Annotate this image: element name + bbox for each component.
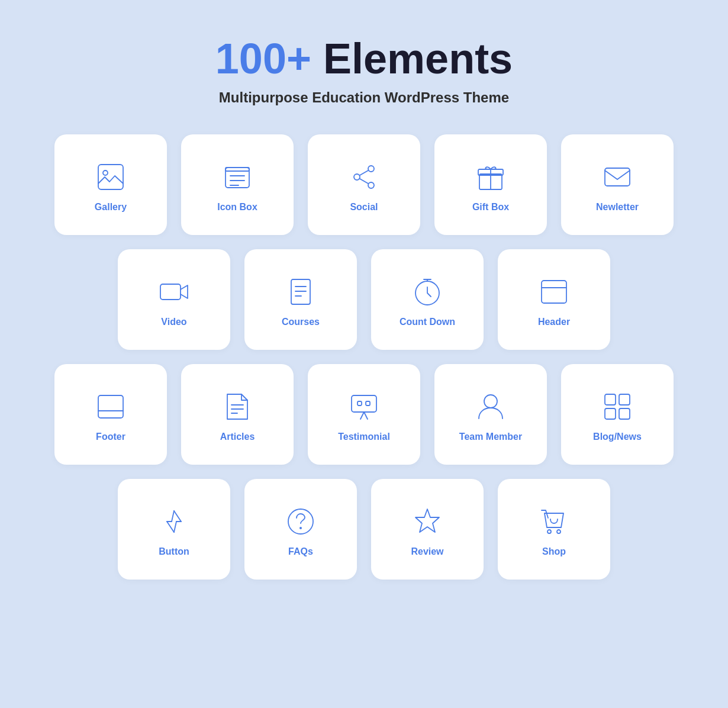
card-icon-box[interactable]: Icon Box <box>181 134 294 235</box>
subtitle: Multipurpose Education WordPress Theme <box>215 89 513 106</box>
main-title: 100+ Elements <box>215 36 513 82</box>
card-header[interactable]: Header <box>498 249 610 350</box>
card-faqs[interactable]: FAQs <box>244 479 357 580</box>
card-social[interactable]: Social <box>308 134 420 235</box>
button-icon <box>159 506 189 537</box>
card-countdown[interactable]: Count Down <box>371 249 484 350</box>
card-gift-box[interactable]: Gift Box <box>434 134 547 235</box>
svg-rect-35 <box>366 401 370 406</box>
header-section: 100+ Elements Multipurpose Education Wor… <box>215 36 513 106</box>
card-courses[interactable]: Courses <box>244 249 357 350</box>
video-label: Video <box>161 317 186 327</box>
svg-rect-17 <box>291 279 310 304</box>
card-button[interactable]: Button <box>118 479 230 580</box>
svg-rect-15 <box>605 168 630 186</box>
svg-point-50 <box>547 530 551 533</box>
title-dark: Elements <box>311 35 513 82</box>
header-label: Header <box>538 317 570 327</box>
countdown-icon <box>412 276 443 307</box>
team-member-label: Team Member <box>459 432 522 442</box>
svg-rect-37 <box>605 394 616 405</box>
card-team-member[interactable]: Team Member <box>434 364 547 465</box>
button-label: Button <box>159 546 189 557</box>
svg-point-36 <box>484 395 497 408</box>
faqs-icon <box>285 506 316 537</box>
card-review[interactable]: Review <box>371 479 484 580</box>
svg-rect-40 <box>619 408 630 419</box>
card-testimonial[interactable]: Testimonial <box>308 364 420 465</box>
icon-box-label: Icon Box <box>217 202 257 213</box>
svg-point-9 <box>368 182 374 188</box>
svg-rect-26 <box>98 395 123 418</box>
svg-line-33 <box>364 412 368 419</box>
svg-rect-38 <box>619 394 630 405</box>
grid-row-3: ButtonFAQsReviewShop <box>38 479 690 580</box>
svg-rect-24 <box>542 281 566 303</box>
svg-point-7 <box>368 166 374 172</box>
icon-box-icon <box>222 162 253 192</box>
gift-box-label: Gift Box <box>472 202 509 213</box>
video-icon <box>159 276 189 307</box>
shop-icon <box>539 506 569 537</box>
testimonial-icon <box>349 391 379 422</box>
svg-line-11 <box>360 179 368 184</box>
gallery-icon <box>95 162 126 192</box>
countdown-label: Count Down <box>400 317 455 327</box>
svg-point-51 <box>557 530 561 533</box>
elements-grid: GalleryIcon BoxSocialGift BoxNewletterVi… <box>38 134 690 580</box>
gallery-label: Gallery <box>95 202 127 213</box>
blog-news-label: Blog/News <box>593 432 642 442</box>
card-footer[interactable]: Footer <box>54 364 167 465</box>
footer-label: Footer <box>96 432 125 442</box>
courses-label: Courses <box>282 317 320 327</box>
card-blog-news[interactable]: Blog/News <box>561 364 674 465</box>
grid-row-2: FooterArticlesTestimonialTeam MemberBlog… <box>38 364 690 465</box>
svg-marker-49 <box>415 509 439 532</box>
card-shop[interactable]: Shop <box>498 479 610 580</box>
review-icon <box>412 506 443 537</box>
footer-icon <box>95 391 126 422</box>
social-icon <box>349 162 379 192</box>
svg-line-43 <box>174 522 176 532</box>
blog-news-icon <box>602 391 633 422</box>
svg-line-41 <box>174 511 181 522</box>
svg-line-46 <box>172 511 174 522</box>
svg-point-48 <box>299 527 302 529</box>
svg-rect-39 <box>605 408 616 419</box>
svg-rect-31 <box>352 395 376 412</box>
gift-box-icon <box>475 162 506 192</box>
review-label: Review <box>411 546 443 557</box>
grid-row-1: VideoCoursesCount DownHeader <box>38 249 690 350</box>
courses-icon <box>285 276 316 307</box>
svg-line-10 <box>360 170 368 175</box>
svg-point-47 <box>288 509 313 534</box>
card-gallery[interactable]: Gallery <box>54 134 167 235</box>
articles-icon <box>222 391 253 422</box>
title-highlight: 100+ <box>215 35 311 82</box>
newsletter-icon <box>602 162 633 192</box>
newsletter-label: Newletter <box>596 202 639 213</box>
faqs-label: FAQs <box>288 546 313 557</box>
social-label: Social <box>350 202 378 213</box>
card-articles[interactable]: Articles <box>181 364 294 465</box>
svg-point-8 <box>354 174 360 180</box>
svg-line-44 <box>167 522 174 532</box>
card-newsletter[interactable]: Newletter <box>561 134 674 235</box>
svg-point-1 <box>103 170 108 175</box>
team-member-icon <box>475 391 506 422</box>
shop-label: Shop <box>542 546 566 557</box>
grid-row-0: GalleryIcon BoxSocialGift BoxNewletter <box>38 134 690 235</box>
testimonial-label: Testimonial <box>338 432 390 442</box>
articles-label: Articles <box>220 432 255 442</box>
svg-rect-0 <box>98 165 123 189</box>
svg-rect-16 <box>160 284 181 300</box>
header-icon <box>539 276 569 307</box>
svg-line-32 <box>360 412 364 419</box>
svg-rect-34 <box>357 401 362 406</box>
card-video[interactable]: Video <box>118 249 230 350</box>
